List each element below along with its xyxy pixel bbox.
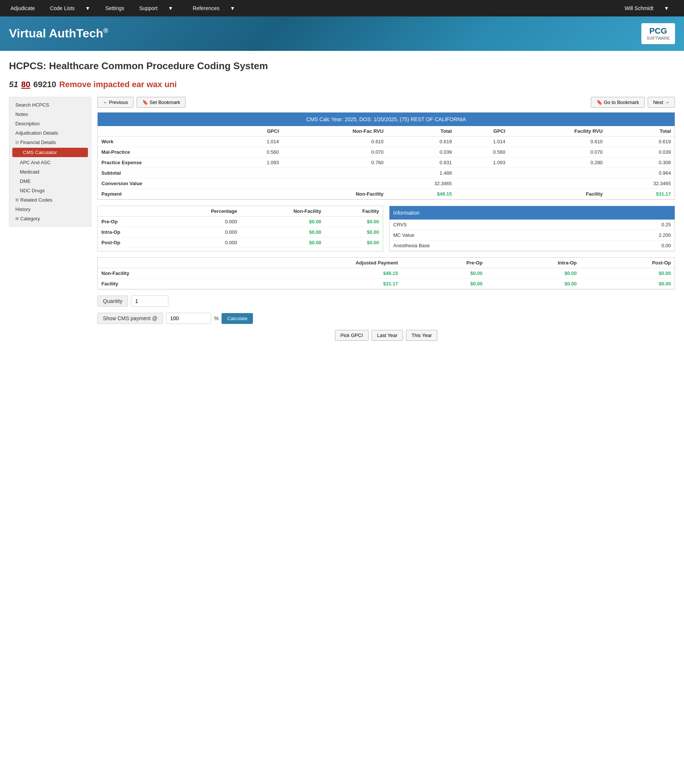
code-lists-caret: ▼ (81, 3, 95, 13)
go-to-bookmark-button[interactable]: 🔖 Go to Bookmark (591, 97, 645, 108)
cms-row-gpci1: 1.093 (229, 158, 282, 168)
percent-table-header: Percentage Non-Facility Facility (98, 206, 383, 217)
info-table-row: Anesthesia Base 0.00 (389, 240, 674, 251)
sidebar-item-label: Category (20, 216, 40, 221)
payment-fac-label: Facility (509, 189, 606, 200)
sidebar-item-notes[interactable]: Notes (10, 109, 91, 119)
adj-row-label: Facility (98, 279, 224, 289)
sidebar-item-adjudication-details[interactable]: Adjudication Details (10, 128, 91, 138)
cms-row-total2: 0.306 (607, 158, 674, 168)
cms-table-row: Mal-Practice 0.560 0.070 0.039 0.560 0.0… (98, 147, 674, 158)
code-number: 69210 (33, 80, 56, 89)
adj-table-row: Non-Facility $48.15 $0.00 $0.00 $0.00 (98, 268, 674, 279)
pct-row-nf: $0.00 (241, 227, 325, 238)
pct-row-label: Intra-Op (98, 227, 161, 238)
adj-row-adj: $31.17 (224, 279, 402, 289)
info-row-label: MC Value (389, 230, 587, 240)
this-year-button[interactable]: This Year (406, 330, 437, 341)
sidebar-item-search-hcpcs[interactable]: Search HCPCS (10, 100, 91, 109)
cms-col-label (98, 126, 229, 137)
adj-row-pre: $0.00 (402, 268, 486, 279)
set-bookmark-button[interactable]: 🔖 Set Bookmark (137, 97, 186, 108)
cms-row-total2: 0.039 (607, 147, 674, 158)
sidebar-item-related-codes[interactable]: ⊞Related Codes (10, 195, 91, 204)
cms-row-total1: 0.831 (387, 158, 455, 168)
sidebar-item-financial-details[interactable]: ⊟Financial Details (10, 138, 91, 147)
sidebar-item-cms-calculator[interactable]: CMS Calculator (12, 148, 88, 157)
toolbar: ← Previous 🔖 Set Bookmark 🔖 Go to Bookma… (97, 97, 675, 108)
cms-col-gpci2: GPCI (455, 126, 509, 137)
sidebar-item-ndc-drugs[interactable]: NDC Drugs (10, 186, 91, 195)
calculate-button[interactable]: Calculate (221, 313, 253, 324)
adj-payment-table: Adjusted Payment Pre-Op Intra-Op Post-Op… (98, 258, 674, 289)
cms-col-total2: Total (607, 126, 674, 137)
previous-button[interactable]: ← Previous (97, 97, 134, 108)
cms-col-total1: Total (387, 126, 455, 137)
pct-symbol: % (214, 316, 218, 321)
pct-col-fac: Facility (325, 206, 383, 217)
pick-gpci-button[interactable]: Pick GPCI (335, 330, 369, 341)
adj-col-pre: Pre-Op (402, 258, 486, 268)
percent-table-row: Intra-Op 0.000 $0.00 $0.00 (98, 227, 383, 238)
info-table-row: MC Value 2.200 (389, 230, 674, 240)
sidebar-item-label: NDC Drugs (20, 188, 45, 193)
sidebar-item-label: History (15, 206, 30, 212)
code-prefix: 51 (9, 80, 18, 89)
sidebar-item-label: Search HCPCS (15, 102, 49, 108)
percent-table-wrapper: Percentage Non-Facility Facility Pre-Op … (97, 206, 383, 251)
pct-col-percentage: Percentage (161, 206, 241, 217)
info-row-value: 2.200 (587, 230, 674, 240)
next-button[interactable]: Next → (648, 97, 675, 108)
adj-col-adjusted: Adjusted Payment (224, 258, 402, 268)
cms-row-nf-rvu: 0.070 (282, 147, 387, 158)
subtotal-nf: 1.488 (387, 168, 455, 179)
sidebar-item-dme[interactable]: DME (10, 177, 91, 186)
nav-references[interactable]: References ▼ (184, 1, 244, 16)
adj-row-intra: $0.00 (486, 268, 581, 279)
page-title: HCPCS: Healthcare Common Procedure Codin… (9, 60, 675, 72)
cms-calculator-table: CMS Calc Year: 2025, DOS: 1/20/2025, (75… (97, 112, 675, 200)
sidebar-item-apc-and-asc[interactable]: APC And ASC (10, 158, 91, 167)
nav-adjudicate[interactable]: Adjudicate (6, 3, 39, 13)
cms-row-nf-rvu: 0.760 (282, 158, 387, 168)
cms-col-fac-rvu: Facility RVU (509, 126, 606, 137)
payment-fac-value: $31.17 (607, 189, 674, 200)
cms-row-total1: 0.039 (387, 147, 455, 158)
sidebar-item-category[interactable]: ⊞Category (10, 214, 91, 223)
sidebar-item-label: DME (20, 179, 31, 184)
cms-row-gpci2: 1.093 (455, 158, 509, 168)
code-line: 51 80 69210 Remove impacted ear wax uni (9, 80, 675, 89)
quantity-row: Quantity (97, 296, 675, 307)
nav-settings[interactable]: Settings (101, 3, 129, 13)
adj-payment-table-wrapper: Adjusted Payment Pre-Op Intra-Op Post-Op… (97, 258, 675, 290)
conversion-nf: 32.3465 (387, 179, 455, 189)
quantity-input[interactable] (131, 296, 168, 307)
expand-icon: ⊞ (15, 198, 19, 202)
cms-row-nf-rvu: 0.610 (282, 137, 387, 147)
sidebar-item-medicaid[interactable]: Medicaid (10, 167, 91, 177)
nav-user[interactable]: Will Schmidt ▼ (616, 1, 678, 16)
nav-code-lists[interactable]: Code Lists ▼ (41, 1, 99, 16)
conversion-label: Conversion Value (98, 179, 229, 189)
content-area: ← Previous 🔖 Set Bookmark 🔖 Go to Bookma… (97, 97, 675, 341)
code-underline: 80 (21, 80, 30, 89)
cms-payment-input[interactable] (166, 313, 211, 324)
subtotal-label: Subtotal (98, 168, 229, 179)
sidebar-item-description[interactable]: Description (10, 119, 91, 128)
pct-row-fac: $0.00 (325, 227, 383, 238)
cms-row-total2: 0.619 (607, 137, 674, 147)
cms-row-label: Mal-Practice (98, 147, 229, 158)
expand-icon: ⊞ (15, 216, 19, 221)
cms-header: CMS Calc Year: 2025, DOS: 1/20/2025, (75… (98, 113, 674, 126)
last-year-button[interactable]: Last Year (371, 330, 403, 341)
sidebar-item-history[interactable]: History (10, 204, 91, 214)
pct-col-label (98, 206, 161, 217)
cms-row-gpci1: 0.560 (229, 147, 282, 158)
cms-payment-row: Show CMS payment @ % Calculate (97, 313, 675, 324)
subtotal-fac: 0.964 (607, 168, 674, 179)
cms-row-gpci2: 0.560 (455, 147, 509, 158)
references-caret: ▼ (226, 3, 240, 13)
nav-support[interactable]: Support ▼ (130, 1, 182, 16)
payment-nf-label: Non-Facility (282, 189, 387, 200)
page-content: HCPCS: Healthcare Common Procedure Codin… (0, 51, 684, 350)
